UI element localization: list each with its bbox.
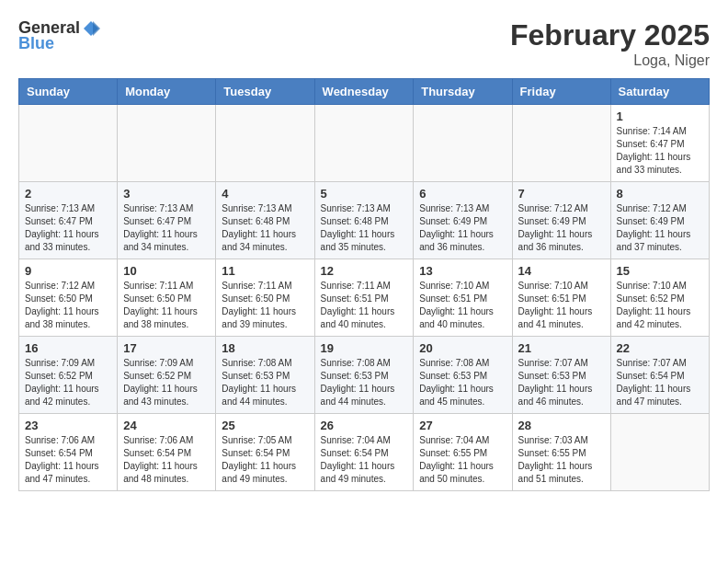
day-info: Sunrise: 7:13 AM Sunset: 6:47 PM Dayligh… bbox=[25, 202, 111, 254]
day-info: Sunrise: 7:09 AM Sunset: 6:52 PM Dayligh… bbox=[123, 357, 210, 408]
day-info: Sunrise: 7:10 AM Sunset: 6:52 PM Dayligh… bbox=[617, 280, 703, 331]
calendar-cell: 25Sunrise: 7:05 AM Sunset: 6:54 PM Dayli… bbox=[216, 414, 314, 491]
day-info: Sunrise: 7:10 AM Sunset: 6:51 PM Dayligh… bbox=[518, 280, 605, 331]
week-row-4: 16Sunrise: 7:09 AM Sunset: 6:52 PM Dayli… bbox=[19, 337, 710, 414]
day-info: Sunrise: 7:14 AM Sunset: 6:47 PM Dayligh… bbox=[617, 125, 703, 177]
day-number: 9 bbox=[25, 264, 111, 278]
weekday-header-friday: Friday bbox=[512, 79, 610, 105]
day-number: 10 bbox=[123, 264, 210, 278]
week-row-1: 1Sunrise: 7:14 AM Sunset: 6:47 PM Daylig… bbox=[19, 105, 710, 182]
calendar-cell bbox=[314, 105, 414, 182]
day-info: Sunrise: 7:11 AM Sunset: 6:51 PM Dayligh… bbox=[321, 280, 408, 331]
logo-blue: Blue bbox=[18, 34, 54, 53]
day-number: 20 bbox=[419, 341, 506, 355]
day-number: 12 bbox=[321, 264, 408, 278]
day-number: 26 bbox=[321, 419, 408, 432]
logo: General Blue bbox=[18, 18, 100, 53]
calendar-cell: 11Sunrise: 7:11 AM Sunset: 6:50 PM Dayli… bbox=[216, 259, 314, 337]
weekday-header-tuesday: Tuesday bbox=[216, 79, 314, 105]
day-info: Sunrise: 7:11 AM Sunset: 6:50 PM Dayligh… bbox=[123, 280, 210, 331]
day-info: Sunrise: 7:05 AM Sunset: 6:54 PM Dayligh… bbox=[222, 434, 308, 486]
day-number: 27 bbox=[419, 419, 506, 432]
calendar-cell: 4Sunrise: 7:13 AM Sunset: 6:48 PM Daylig… bbox=[216, 182, 314, 259]
calendar-cell: 22Sunrise: 7:07 AM Sunset: 6:54 PM Dayli… bbox=[610, 337, 709, 414]
weekday-header-saturday: Saturday bbox=[610, 79, 709, 105]
calendar-cell bbox=[414, 105, 512, 182]
day-number: 28 bbox=[518, 419, 605, 432]
day-number: 4 bbox=[222, 187, 308, 201]
calendar-cell: 26Sunrise: 7:04 AM Sunset: 6:54 PM Dayli… bbox=[314, 414, 414, 491]
calendar-cell: 28Sunrise: 7:03 AM Sunset: 6:55 PM Dayli… bbox=[512, 414, 610, 491]
calendar-cell: 12Sunrise: 7:11 AM Sunset: 6:51 PM Dayli… bbox=[314, 259, 414, 337]
day-number: 8 bbox=[617, 187, 703, 201]
calendar-cell: 23Sunrise: 7:06 AM Sunset: 6:54 PM Dayli… bbox=[19, 414, 118, 491]
calendar-cell: 3Sunrise: 7:13 AM Sunset: 6:47 PM Daylig… bbox=[118, 182, 216, 259]
calendar-cell: 20Sunrise: 7:08 AM Sunset: 6:53 PM Dayli… bbox=[414, 337, 512, 414]
day-number: 16 bbox=[25, 341, 111, 355]
weekday-header-sunday: Sunday bbox=[19, 79, 118, 105]
day-number: 15 bbox=[617, 264, 703, 278]
day-info: Sunrise: 7:08 AM Sunset: 6:53 PM Dayligh… bbox=[321, 357, 408, 408]
logo-icon bbox=[82, 19, 100, 38]
calendar-cell: 13Sunrise: 7:10 AM Sunset: 6:51 PM Dayli… bbox=[414, 259, 512, 337]
calendar-cell: 27Sunrise: 7:04 AM Sunset: 6:55 PM Dayli… bbox=[414, 414, 512, 491]
day-info: Sunrise: 7:06 AM Sunset: 6:54 PM Dayligh… bbox=[25, 434, 111, 486]
day-info: Sunrise: 7:12 AM Sunset: 6:50 PM Dayligh… bbox=[25, 280, 111, 331]
calendar-cell: 8Sunrise: 7:12 AM Sunset: 6:49 PM Daylig… bbox=[610, 182, 709, 259]
calendar-cell: 14Sunrise: 7:10 AM Sunset: 6:51 PM Dayli… bbox=[512, 259, 610, 337]
weekday-header-wednesday: Wednesday bbox=[314, 79, 414, 105]
day-number: 3 bbox=[123, 187, 210, 201]
calendar-cell: 9Sunrise: 7:12 AM Sunset: 6:50 PM Daylig… bbox=[19, 259, 118, 337]
day-info: Sunrise: 7:07 AM Sunset: 6:54 PM Dayligh… bbox=[617, 357, 703, 408]
calendar-cell bbox=[216, 105, 314, 182]
day-number: 1 bbox=[617, 109, 703, 123]
day-number: 23 bbox=[25, 419, 111, 432]
day-number: 19 bbox=[321, 341, 408, 355]
day-number: 7 bbox=[518, 187, 605, 201]
calendar-cell: 19Sunrise: 7:08 AM Sunset: 6:53 PM Dayli… bbox=[314, 337, 414, 414]
day-number: 18 bbox=[222, 341, 308, 355]
calendar-cell: 18Sunrise: 7:08 AM Sunset: 6:53 PM Dayli… bbox=[216, 337, 314, 414]
day-info: Sunrise: 7:13 AM Sunset: 6:49 PM Dayligh… bbox=[419, 202, 506, 254]
svg-marker-1 bbox=[93, 21, 100, 36]
day-info: Sunrise: 7:08 AM Sunset: 6:53 PM Dayligh… bbox=[222, 357, 308, 408]
calendar-cell bbox=[19, 105, 118, 182]
location-title: Loga, Niger bbox=[510, 52, 710, 69]
title-area: February 2025 Loga, Niger bbox=[510, 18, 710, 69]
week-row-3: 9Sunrise: 7:12 AM Sunset: 6:50 PM Daylig… bbox=[19, 259, 710, 337]
week-row-5: 23Sunrise: 7:06 AM Sunset: 6:54 PM Dayli… bbox=[19, 414, 710, 491]
calendar-cell: 24Sunrise: 7:06 AM Sunset: 6:54 PM Dayli… bbox=[118, 414, 216, 491]
day-info: Sunrise: 7:12 AM Sunset: 6:49 PM Dayligh… bbox=[617, 202, 703, 254]
page-header: General Blue February 2025 Loga, Niger bbox=[18, 18, 710, 69]
day-number: 6 bbox=[419, 187, 506, 201]
week-row-2: 2Sunrise: 7:13 AM Sunset: 6:47 PM Daylig… bbox=[19, 182, 710, 259]
day-info: Sunrise: 7:11 AM Sunset: 6:50 PM Dayligh… bbox=[222, 280, 308, 331]
calendar-cell: 6Sunrise: 7:13 AM Sunset: 6:49 PM Daylig… bbox=[414, 182, 512, 259]
calendar-cell: 16Sunrise: 7:09 AM Sunset: 6:52 PM Dayli… bbox=[19, 337, 118, 414]
calendar-cell: 1Sunrise: 7:14 AM Sunset: 6:47 PM Daylig… bbox=[610, 105, 709, 182]
day-info: Sunrise: 7:09 AM Sunset: 6:52 PM Dayligh… bbox=[25, 357, 111, 408]
weekday-header-thursday: Thursday bbox=[414, 79, 512, 105]
day-number: 17 bbox=[123, 341, 210, 355]
calendar-cell: 21Sunrise: 7:07 AM Sunset: 6:53 PM Dayli… bbox=[512, 337, 610, 414]
day-info: Sunrise: 7:12 AM Sunset: 6:49 PM Dayligh… bbox=[518, 202, 605, 254]
calendar-cell: 2Sunrise: 7:13 AM Sunset: 6:47 PM Daylig… bbox=[19, 182, 118, 259]
calendar-cell: 17Sunrise: 7:09 AM Sunset: 6:52 PM Dayli… bbox=[118, 337, 216, 414]
day-info: Sunrise: 7:07 AM Sunset: 6:53 PM Dayligh… bbox=[518, 357, 605, 408]
day-info: Sunrise: 7:03 AM Sunset: 6:55 PM Dayligh… bbox=[518, 434, 605, 486]
calendar-cell: 5Sunrise: 7:13 AM Sunset: 6:48 PM Daylig… bbox=[314, 182, 414, 259]
day-info: Sunrise: 7:04 AM Sunset: 6:54 PM Dayligh… bbox=[321, 434, 408, 486]
calendar-cell: 7Sunrise: 7:12 AM Sunset: 6:49 PM Daylig… bbox=[512, 182, 610, 259]
calendar-cell bbox=[610, 414, 709, 491]
day-info: Sunrise: 7:13 AM Sunset: 6:47 PM Dayligh… bbox=[123, 202, 210, 254]
calendar-cell: 15Sunrise: 7:10 AM Sunset: 6:52 PM Dayli… bbox=[610, 259, 709, 337]
calendar-cell: 10Sunrise: 7:11 AM Sunset: 6:50 PM Dayli… bbox=[118, 259, 216, 337]
day-info: Sunrise: 7:06 AM Sunset: 6:54 PM Dayligh… bbox=[123, 434, 210, 486]
day-info: Sunrise: 7:13 AM Sunset: 6:48 PM Dayligh… bbox=[321, 202, 408, 254]
day-number: 22 bbox=[617, 341, 703, 355]
calendar-table: SundayMondayTuesdayWednesdayThursdayFrid… bbox=[18, 78, 710, 491]
weekday-header-row: SundayMondayTuesdayWednesdayThursdayFrid… bbox=[19, 79, 710, 105]
day-number: 24 bbox=[123, 419, 210, 432]
calendar-cell bbox=[118, 105, 216, 182]
day-number: 11 bbox=[222, 264, 308, 278]
